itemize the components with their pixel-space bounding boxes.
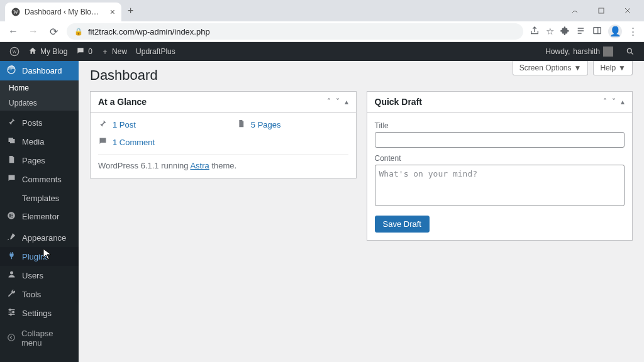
plus-icon: ＋ xyxy=(101,47,109,57)
menu-users[interactable]: Users xyxy=(0,266,79,285)
extensions-icon[interactable] xyxy=(560,26,570,37)
quick-draft-title-label: Title xyxy=(375,121,625,130)
window-close-icon[interactable] xyxy=(615,2,640,19)
menu-posts[interactable]: Posts xyxy=(0,113,79,132)
page-icon xyxy=(6,155,17,166)
version-suffix: theme. xyxy=(209,161,236,170)
elementor-icon xyxy=(6,211,17,222)
menu-tools-label: Tools xyxy=(22,290,41,299)
menu-media[interactable]: Media xyxy=(0,132,79,151)
adminbar-comments[interactable]: 0 xyxy=(72,42,97,61)
comment-icon xyxy=(76,47,85,57)
svg-text:W: W xyxy=(13,9,18,15)
svg-rect-14 xyxy=(11,217,13,217)
howdy-username: harshith xyxy=(573,47,600,56)
wordpress-version-line: WordPress 6.1.1 running Astra theme. xyxy=(98,154,348,170)
adminbar-site-name: My Blog xyxy=(40,47,67,56)
reading-list-icon[interactable] xyxy=(576,26,586,38)
adminbar-wp-logo[interactable]: W xyxy=(5,42,24,61)
menu-elementor[interactable]: Elementor xyxy=(0,207,79,226)
pages-icon xyxy=(236,119,246,130)
glance-posts-link[interactable]: 1 Post xyxy=(98,119,136,130)
lock-icon: 🔒 xyxy=(74,28,83,36)
share-icon[interactable] xyxy=(530,26,540,38)
adminbar-search-icon[interactable] xyxy=(621,42,639,61)
glance-pages-link[interactable]: 5 Pages xyxy=(236,119,281,130)
browser-tab[interactable]: W Dashboard ‹ My Blog — WordPr… × xyxy=(5,3,121,21)
chevron-down-icon: ▼ xyxy=(618,63,626,72)
user-icon xyxy=(6,270,17,281)
submenu-updates[interactable]: Updates xyxy=(0,96,79,111)
menu-comments[interactable]: Comments xyxy=(0,170,79,189)
adminbar-site-link[interactable]: My Blog xyxy=(24,42,72,61)
plugin-icon xyxy=(6,251,17,262)
version-prefix: WordPress 6.1.1 running xyxy=(98,161,190,170)
svg-line-8 xyxy=(631,53,633,55)
panel-move-up-icon[interactable]: ˄ xyxy=(327,97,331,106)
adminbar-new[interactable]: ＋ New xyxy=(97,42,131,61)
svg-point-19 xyxy=(9,309,11,311)
panel-toggle-icon[interactable]: ▴ xyxy=(345,97,348,106)
menu-elementor-label: Elementor xyxy=(22,212,59,221)
new-tab-button[interactable]: + xyxy=(121,5,140,16)
menu-posts-label: Posts xyxy=(22,118,43,128)
side-panel-icon[interactable] xyxy=(592,26,602,37)
screen-options-button[interactable]: Screen Options ▼ xyxy=(513,61,589,75)
howdy-prefix: Howdy, xyxy=(545,47,570,56)
panel-move-up-icon[interactable]: ˄ xyxy=(603,97,607,106)
browser-url-bar[interactable]: 🔒 fit2track.com/wp-admin/index.php xyxy=(67,23,523,40)
browser-menu-icon[interactable]: ⋮ xyxy=(628,26,638,37)
quick-draft-heading: Quick Draft xyxy=(375,97,422,107)
menu-appearance[interactable]: Appearance xyxy=(0,228,79,247)
home-icon xyxy=(28,47,37,57)
panel-move-down-icon[interactable]: ˅ xyxy=(336,97,340,106)
panel-move-down-icon[interactable]: ˅ xyxy=(612,97,616,106)
svg-point-20 xyxy=(12,311,14,313)
browser-forward-button[interactable]: → xyxy=(26,25,40,38)
glance-pages-text: 5 Pages xyxy=(251,120,281,129)
svg-rect-12 xyxy=(11,214,13,214)
user-avatar-icon xyxy=(603,47,613,57)
glance-posts-text: 1 Post xyxy=(113,120,136,129)
help-button[interactable]: Help ▼ xyxy=(593,61,633,75)
menu-media-label: Media xyxy=(22,137,44,146)
adminbar-howdy[interactable]: Howdy, harshith xyxy=(541,42,618,61)
theme-link[interactable]: Astra xyxy=(190,161,209,170)
glance-comments-text: 1 Comment xyxy=(113,138,155,147)
menu-settings[interactable]: Settings xyxy=(0,304,79,322)
menu-settings-label: Settings xyxy=(22,309,52,318)
svg-rect-3 xyxy=(594,28,601,34)
chevron-down-icon: ▼ xyxy=(574,63,582,72)
collapse-icon xyxy=(6,333,16,344)
svg-point-21 xyxy=(10,314,12,315)
menu-dashboard[interactable]: Dashboard xyxy=(0,61,79,80)
brush-icon xyxy=(6,232,17,243)
menu-templates[interactable]: Templates xyxy=(0,189,79,207)
menu-pages[interactable]: Pages xyxy=(0,151,79,170)
menu-collapse[interactable]: Collapse menu xyxy=(0,325,79,351)
comment-icon xyxy=(98,136,108,148)
browser-back-button[interactable]: ← xyxy=(6,25,20,38)
profile-avatar-icon[interactable]: 👤 xyxy=(608,25,622,38)
admin-sidebar: Dashboard Home Updates Posts Media Pages xyxy=(0,61,79,362)
media-icon xyxy=(6,136,17,147)
close-tab-icon[interactable]: × xyxy=(110,7,115,17)
browser-reload-button[interactable]: ⟳ xyxy=(47,25,60,38)
menu-tools[interactable]: Tools xyxy=(0,285,79,304)
menu-plugins[interactable]: Plugins Installed Plugins Add New Plugin… xyxy=(0,247,79,266)
templates-icon xyxy=(6,192,17,204)
submenu-home[interactable]: Home xyxy=(0,80,79,96)
panel-toggle-icon[interactable]: ▴ xyxy=(621,97,625,106)
glance-comments-link[interactable]: 1 Comment xyxy=(98,136,348,148)
wordpress-favicon: W xyxy=(11,8,20,16)
quick-draft-title-input[interactable] xyxy=(375,132,625,148)
bookmark-star-icon[interactable]: ☆ xyxy=(546,26,554,37)
save-draft-button[interactable]: Save Draft xyxy=(375,216,430,233)
quick-draft-content-textarea[interactable] xyxy=(375,165,625,206)
menu-dashboard-label: Dashboard xyxy=(22,66,62,75)
window-minimize-icon[interactable] xyxy=(562,2,587,19)
window-maximize-icon[interactable] xyxy=(589,2,614,19)
menu-plugins-label: Plugins xyxy=(22,252,49,261)
svg-text:W: W xyxy=(12,49,17,55)
adminbar-updraft[interactable]: UpdraftPlus xyxy=(131,42,180,61)
